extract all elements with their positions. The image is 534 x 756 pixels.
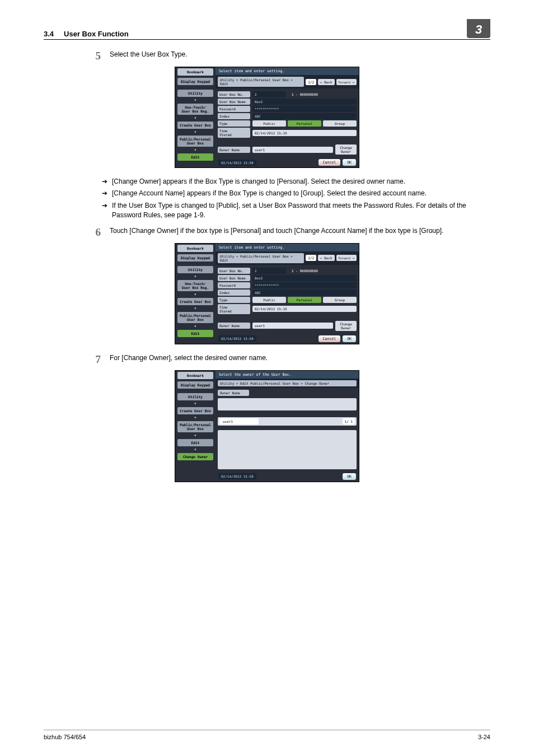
public-personal-button[interactable]: Public/Personal User Box: [177, 136, 213, 147]
type-group[interactable]: Group: [323, 120, 357, 127]
owner-name-header: Owner Name: [218, 390, 249, 396]
owner-panel-bottom: [218, 430, 357, 469]
onetouch-button[interactable]: One-Touch/ User Box Reg.: [177, 104, 213, 115]
back-button[interactable]: ← Back: [318, 255, 335, 261]
sidebar: Bookmark Display Keypad Utility ▾ One-To…: [175, 67, 216, 167]
sidebar: Bookmark Display Keypad Utility ▾ One-To…: [175, 244, 216, 344]
note-text: If the User Box Type is changed to [Publ…: [112, 201, 490, 221]
edit-button[interactable]: Edit: [177, 330, 213, 337]
create-userbox-button[interactable]: Create User Box: [177, 407, 213, 414]
section-title: User Box Function: [64, 30, 129, 38]
owner-name-value: user1: [252, 147, 333, 153]
type-personal[interactable]: Personal: [288, 120, 321, 127]
change-owner-tab[interactable]: Change Owner: [177, 453, 213, 460]
box-no-range: 1 - 999999999: [288, 92, 318, 96]
change-owner-button[interactable]: Change Owner: [335, 144, 357, 155]
type-public[interactable]: Public: [252, 297, 286, 303]
utility-button[interactable]: Utility: [177, 393, 213, 400]
box-no-label: User Box No.: [218, 91, 250, 97]
type-public[interactable]: Public: [252, 120, 286, 127]
box-no-value[interactable]: 2: [252, 91, 286, 97]
chapter-badge: 3: [467, 19, 490, 38]
owner-page-indicator: 1/ 1: [343, 418, 355, 424]
step-5: 5 Select the User Box Type.: [91, 50, 490, 62]
edit-button[interactable]: Edit: [177, 439, 213, 446]
box-name-label: User Box Name: [218, 275, 250, 281]
back-button[interactable]: ← Back: [318, 79, 335, 85]
type-personal[interactable]: Personal: [288, 297, 321, 303]
type-group[interactable]: Group: [323, 297, 357, 303]
type-label: Type: [218, 120, 250, 127]
time-stored-label: Time Stored: [218, 128, 250, 138]
arrow-icon: ➔: [102, 177, 107, 186]
utility-button[interactable]: Utility: [177, 90, 213, 97]
sidebar: Bookmark Display Keypad Utility ▾ Create…: [175, 371, 216, 482]
breadcrumb-row: Utility > Public/Personal User Box > Edi…: [216, 251, 359, 265]
chevron-down-icon: ▾: [175, 306, 216, 311]
forward-button[interactable]: Forward →: [336, 255, 357, 261]
box-name-value[interactable]: Box2: [252, 275, 357, 281]
bookmark-button[interactable]: Bookmark: [177, 372, 213, 379]
panel-title: Select item and enter setting.: [216, 244, 359, 251]
change-owner-button[interactable]: Change Owner: [335, 321, 357, 331]
password-value[interactable]: ************: [252, 106, 357, 112]
arrow-icon: ➔: [102, 201, 107, 221]
box-no-range: 1 - 999999999: [288, 269, 318, 273]
password-label: Password: [218, 106, 250, 112]
box-no-value[interactable]: 2: [252, 268, 286, 274]
time-stored-label: Time Stored: [218, 304, 250, 314]
screenshot-change-owner: Bookmark Display Keypad Utility ▾ Create…: [44, 370, 490, 482]
breadcrumb: Utility > Edit Public/Personal User Box …: [218, 380, 357, 386]
onetouch-button[interactable]: One-Touch/ User Box Reg.: [177, 280, 213, 291]
bookmark-button[interactable]: Bookmark: [177, 68, 213, 76]
back-label: Back: [324, 256, 332, 260]
public-personal-button[interactable]: Public/Personal User Box: [177, 312, 213, 323]
ok-button[interactable]: OK: [343, 473, 356, 480]
owner-name-value: user1: [252, 323, 333, 329]
step-text: Touch [Change Owner] if the box type is …: [110, 226, 490, 239]
chevron-down-icon: ▾: [175, 98, 216, 102]
chevron-down-icon: ▾: [175, 274, 216, 279]
owner-panel-top: [218, 398, 357, 410]
step-number: 6: [91, 226, 101, 239]
notes-list: ➔[Change Owner] appears if the Box Type …: [102, 177, 490, 221]
create-userbox-button[interactable]: Create User Box: [177, 122, 213, 129]
public-personal-button[interactable]: Public/Personal User Box: [177, 421, 213, 432]
step-6: 6 Touch [Change Owner] if the box type i…: [91, 226, 490, 239]
forward-button[interactable]: Forward →: [336, 79, 357, 85]
box-name-label: User Box Name: [218, 99, 250, 105]
breadcrumb: Utility > Public/Personal User Box > Edi…: [218, 77, 304, 87]
page-footer: bizhub 754/654 3-24: [44, 730, 490, 740]
page-indicator: 1/2: [306, 79, 316, 85]
chevron-down-icon: ▾: [175, 433, 216, 438]
screenshot-edit-2: Bookmark Display Keypad Utility ▾ One-To…: [44, 243, 490, 344]
page-indicator: 1/2: [306, 255, 316, 261]
index-value[interactable]: ABC: [252, 290, 357, 296]
cancel-button[interactable]: Cancel: [318, 335, 340, 342]
edit-button[interactable]: Edit: [177, 153, 213, 161]
box-name-value[interactable]: Box2: [252, 99, 357, 105]
cancel-button[interactable]: Cancel: [318, 159, 340, 166]
box-no-label: User Box No.: [218, 268, 250, 274]
panel-title: Select item and enter setting.: [216, 67, 359, 75]
display-keypad-button[interactable]: Display Keypad: [177, 381, 213, 389]
create-userbox-button[interactable]: Create User Box: [177, 298, 213, 305]
back-label: Back: [324, 80, 332, 84]
breadcrumb-row: Utility > Edit Public/Personal User Box …: [216, 379, 359, 388]
display-keypad-button[interactable]: Display Keypad: [177, 254, 213, 262]
step-number: 5: [91, 50, 101, 62]
page-header: 3.4 User Box Function 3: [44, 19, 490, 38]
owner-item[interactable]: user1: [219, 418, 259, 424]
password-value[interactable]: ************: [252, 282, 357, 288]
index-label: Index: [218, 290, 250, 296]
utility-button[interactable]: Utility: [177, 266, 213, 273]
panel-title: Select the owner of the User Box.: [216, 371, 359, 379]
bookmark-button[interactable]: Bookmark: [177, 245, 213, 252]
forward-label: Forward: [339, 81, 350, 84]
display-keypad-button[interactable]: Display Keypad: [177, 78, 213, 85]
index-value[interactable]: ABC: [252, 113, 357, 119]
forward-label: Forward: [339, 256, 350, 260]
ok-button[interactable]: OK: [343, 335, 356, 342]
chevron-down-icon: ▾: [175, 148, 216, 152]
ok-button[interactable]: OK: [343, 159, 356, 166]
